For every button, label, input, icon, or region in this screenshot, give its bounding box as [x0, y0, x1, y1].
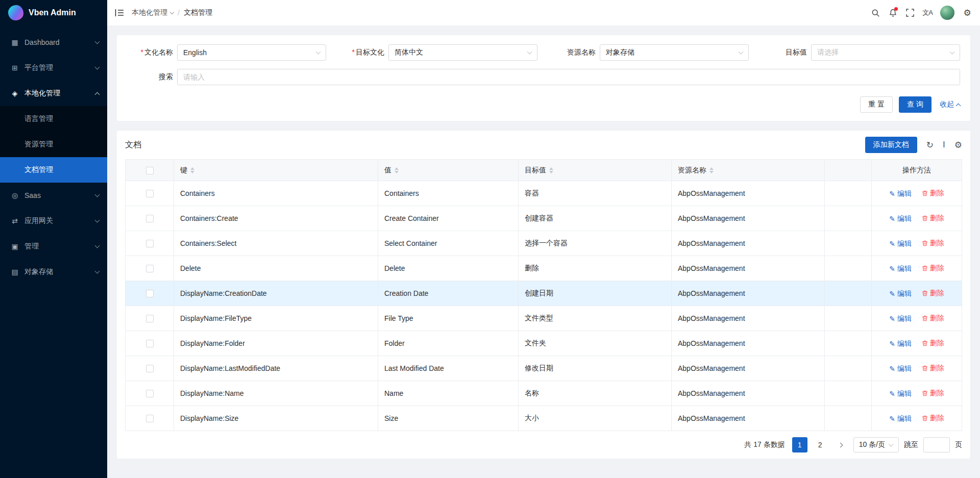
logo[interactable]: Vben Admin — [0, 0, 107, 26]
delete-button[interactable]: 删除 — [922, 214, 944, 223]
row-checkbox[interactable] — [146, 390, 154, 397]
row-height-icon[interactable]: Ⅰ — [943, 141, 945, 149]
settings-gear-icon[interactable]: ⚙ — [959, 3, 976, 23]
row-checkbox[interactable] — [146, 365, 154, 372]
sort-icon[interactable] — [395, 167, 399, 173]
table-row[interactable]: DisplayName:Folder Folder 文件夹 AbpOssMana… — [126, 331, 962, 356]
column-header-actions: 操作方法 — [872, 160, 962, 181]
pagination-page-1[interactable]: 1 — [792, 437, 807, 452]
table-toolbar-actions: 添加新文档 ↻ Ⅰ ⚙ — [865, 137, 962, 153]
fullscreen-icon[interactable] — [901, 3, 919, 23]
target-value-select[interactable]: 请选择 — [811, 44, 960, 61]
sidebar-item-object-storage[interactable]: ▤ 对象存储 — [0, 259, 107, 285]
notification-bell-icon[interactable] — [884, 3, 901, 23]
delete-button[interactable]: 删除 — [922, 339, 944, 348]
sidebar-item-document-management[interactable]: 文档管理 — [0, 157, 107, 183]
add-document-button[interactable]: 添加新文档 — [865, 137, 917, 153]
sidebar-item-platform[interactable]: ⊞ 平台管理 — [0, 55, 107, 81]
pagination-jump-input[interactable] — [923, 437, 950, 452]
sidebar-item-label: 管理 — [24, 242, 95, 251]
cell-key: Containers:Create — [174, 206, 378, 231]
edit-button[interactable]: ✎编辑 — [889, 264, 912, 273]
delete-button[interactable]: 删除 — [922, 289, 944, 298]
delete-button[interactable]: 删除 — [922, 389, 944, 398]
table-row-highlighted[interactable]: DisplayName:CreationDate Creation Date 创… — [126, 281, 962, 306]
row-checkbox[interactable] — [146, 315, 154, 322]
sidebar-item-saas[interactable]: ◎ Saas — [0, 183, 107, 208]
cell-value: Folder — [378, 331, 519, 356]
edit-button[interactable]: ✎编辑 — [889, 289, 912, 298]
row-checkbox-cell — [126, 281, 174, 306]
pagination-jump-suffix: 页 — [955, 440, 962, 449]
edit-button[interactable]: ✎编辑 — [889, 214, 912, 223]
edit-button[interactable]: ✎编辑 — [889, 339, 912, 348]
table-row[interactable]: DisplayName:Name Name 名称 AbpOssManagemen… — [126, 381, 962, 406]
delete-button[interactable]: 删除 — [922, 239, 944, 248]
row-checkbox[interactable] — [146, 240, 154, 247]
query-button[interactable]: 查 询 — [899, 96, 932, 113]
edit-button[interactable]: ✎编辑 — [889, 414, 912, 423]
sidebar-item-language-management[interactable]: 语言管理 — [0, 106, 107, 132]
row-checkbox[interactable] — [146, 190, 154, 197]
sort-icon[interactable] — [190, 167, 194, 173]
table-row[interactable]: Containers:Select Select Container 选择一个容… — [126, 231, 962, 256]
table-row[interactable]: Containers Containers 容器 AbpOssManagemen… — [126, 181, 962, 206]
reset-button[interactable]: 重 置 — [860, 96, 893, 113]
cell-resource: AbpOssManagement — [672, 206, 825, 231]
collapse-link[interactable]: 收起 — [940, 100, 960, 109]
edit-button[interactable]: ✎编辑 — [889, 364, 912, 373]
row-checkbox-cell — [126, 231, 174, 256]
row-checkbox[interactable] — [146, 265, 154, 272]
delete-button[interactable]: 删除 — [922, 314, 944, 323]
edit-button[interactable]: ✎编辑 — [889, 239, 912, 248]
culture-value: English — [183, 48, 207, 57]
edit-button[interactable]: ✎编辑 — [889, 389, 912, 398]
avatar[interactable] — [940, 6, 954, 20]
edit-button[interactable]: ✎编辑 — [889, 189, 912, 198]
culture-select[interactable]: English — [177, 44, 326, 61]
page-size-select[interactable]: 10 条/页 — [853, 437, 899, 452]
row-checkbox[interactable] — [146, 340, 154, 347]
sidebar-item-localization[interactable]: ◈ 本地化管理 — [0, 81, 107, 106]
row-checkbox[interactable] — [146, 415, 154, 422]
row-checkbox[interactable] — [146, 215, 154, 222]
search-input[interactable] — [177, 69, 960, 85]
target-culture-select[interactable]: 简体中文 — [388, 44, 537, 61]
sort-icon[interactable] — [549, 167, 553, 173]
sort-icon[interactable] — [709, 167, 714, 173]
edit-label: 编辑 — [897, 339, 912, 348]
refresh-icon[interactable]: ↻ — [926, 141, 934, 149]
pagination: 共 17 条数据 1 2 10 条/页 跳至 页 — [125, 431, 962, 459]
menu-fold-icon[interactable] — [107, 0, 132, 26]
sidebar-item-dashboard[interactable]: ▦ Dashboard — [0, 30, 107, 55]
search-icon[interactable] — [867, 3, 884, 23]
delete-button[interactable]: 删除 — [922, 364, 944, 373]
table-row[interactable]: DisplayName:Size Size 大小 AbpOssManagemen… — [126, 406, 962, 431]
cell-target: 名称 — [519, 381, 672, 406]
cell-target: 创建容器 — [519, 206, 672, 231]
edit-button[interactable]: ✎编辑 — [889, 314, 912, 323]
delete-button[interactable]: 删除 — [922, 264, 944, 273]
resource-select[interactable]: 对象存储 — [600, 44, 749, 61]
delete-button[interactable]: 删除 — [922, 414, 944, 423]
column-settings-icon[interactable]: ⚙ — [954, 141, 962, 149]
table-row[interactable]: DisplayName:FileType File Type 文件类型 AbpO… — [126, 306, 962, 331]
sidebar-item-admin[interactable]: ▣ 管理 — [0, 234, 107, 259]
table-row[interactable]: Containers:Create Create Container 创建容器 … — [126, 206, 962, 231]
translate-icon[interactable]: 文A — [919, 3, 936, 23]
pagination-next-icon[interactable] — [833, 437, 848, 452]
pagination-page-2[interactable]: 2 — [813, 437, 828, 452]
column-header-value: 值 — [378, 160, 519, 181]
select-all-checkbox[interactable] — [146, 167, 154, 174]
chevron-down-icon — [95, 39, 100, 44]
sidebar-item-gateway[interactable]: ⇄ 应用网关 — [0, 208, 107, 234]
sidebar-item-resource-management[interactable]: 资源管理 — [0, 132, 107, 157]
field-label: 目标值 — [761, 48, 811, 57]
row-checkbox[interactable] — [146, 290, 154, 297]
delete-label: 删除 — [930, 264, 944, 273]
breadcrumb-root[interactable]: 本地化管理 — [132, 8, 174, 17]
chevron-down-icon — [527, 49, 532, 55]
table-row[interactable]: Delete Delete 删除 AbpOssManagement ✎编辑 删除 — [126, 256, 962, 281]
delete-button[interactable]: 删除 — [922, 189, 944, 198]
table-row[interactable]: DisplayName:LastModifiedDate Last Modifi… — [126, 356, 962, 381]
